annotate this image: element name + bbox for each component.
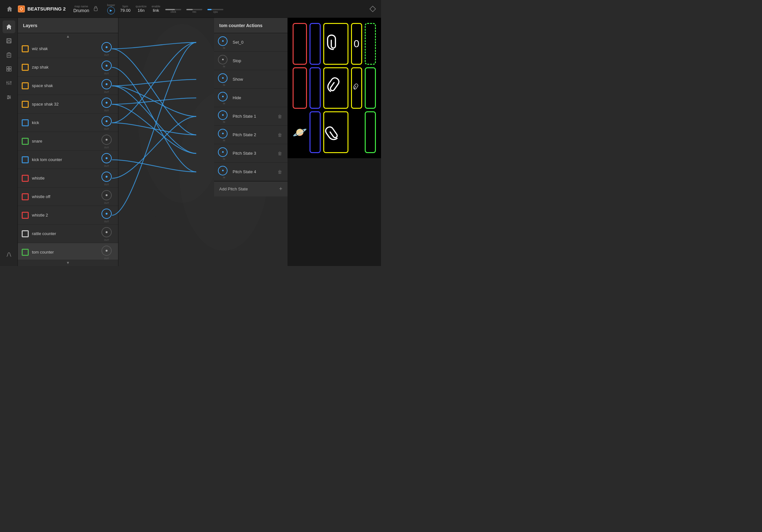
sidebar-item-home[interactable] (3, 21, 15, 33)
action-knob-wrapper: IN (218, 166, 230, 175)
delete-action-button[interactable]: 🗑 (276, 112, 284, 120)
layer-knob-wrapper: OUT (102, 116, 112, 126)
layer-knob[interactable] (102, 135, 112, 145)
action-knob[interactable] (218, 55, 228, 64)
layer-item[interactable]: zap shakOUT (18, 58, 118, 77)
grid-cell-8 (310, 67, 321, 109)
layer-item[interactable]: whistle offOUT (18, 187, 118, 206)
sidebar-item-curve[interactable] (3, 248, 15, 261)
svg-point-24 (7, 98, 9, 99)
layer-knob[interactable] (102, 61, 112, 71)
click-slider[interactable] (165, 9, 181, 10)
preview-canvas: 0 🪐 (287, 18, 381, 158)
action-knob-wrapper: IN (218, 73, 230, 83)
delete-action-button[interactable]: 🗑 (276, 150, 284, 157)
enable-value[interactable]: link (153, 8, 159, 13)
layer-knob[interactable] (102, 209, 112, 219)
layer-item[interactable]: whistleOUT (18, 169, 118, 187)
layer-knob[interactable] (102, 227, 112, 237)
layer-item[interactable]: rattle counterOUT (18, 225, 118, 243)
connection-zone: tom counter Actions INSet_0INStopINShowI… (118, 18, 287, 266)
action-knob[interactable] (218, 36, 228, 46)
grid-cell-2 (310, 23, 321, 65)
action-knob[interactable] (218, 92, 228, 101)
sidebar-item-save[interactable] (3, 34, 15, 47)
app-logo: BEATSURFING 2 (18, 5, 66, 13)
action-knob[interactable] (218, 110, 228, 120)
sidebar-item-clipboard[interactable] (3, 48, 15, 61)
add-pitch-state-button[interactable]: Add Pitch State + (214, 181, 287, 196)
sidebar-item-grid[interactable] (3, 62, 15, 75)
rec-slider[interactable] (187, 9, 202, 10)
rec-label: rec (192, 10, 196, 13)
left-sidebar (0, 18, 18, 266)
layer-knob[interactable] (102, 153, 112, 163)
layer-item[interactable]: kick tom counterOUT (18, 151, 118, 169)
layer-item[interactable]: wiz shakOUT (18, 39, 118, 58)
action-item: INPitch State 4🗑 (214, 163, 287, 181)
sidebar-item-equalizer[interactable] (3, 91, 15, 103)
layer-name: whistle off (32, 194, 102, 199)
out-label: OUT (104, 128, 109, 130)
svg-rect-10 (9, 67, 11, 69)
action-name: Set_0 (233, 40, 284, 45)
map-name-area: map name Drumon (73, 5, 89, 13)
layer-item[interactable]: whistle 2OUT (18, 206, 118, 225)
action-name: Pitch State 4 (233, 169, 276, 174)
layer-knob[interactable] (102, 79, 112, 89)
action-knob[interactable] (218, 147, 228, 157)
out-label: OUT (104, 202, 109, 204)
in-label: IN (223, 176, 225, 179)
delete-action-button[interactable]: 🗑 (276, 168, 284, 176)
layer-knob[interactable] (102, 245, 112, 256)
grid-cell-1 (293, 23, 307, 65)
quantize-value[interactable]: 16n (137, 8, 145, 13)
layer-item[interactable]: snareOUT (18, 132, 118, 151)
sidebar-item-mixer[interactable] (3, 77, 15, 89)
action-knob[interactable] (218, 73, 228, 83)
grid-cell-9 (323, 67, 348, 109)
layer-color-box (22, 138, 29, 145)
layers-panel: Layers ▲ wiz shakOUTzap shakOUTspace sha… (18, 18, 118, 266)
grid-cell-5: 0 (351, 23, 362, 65)
action-item: INHide (214, 89, 287, 107)
layer-knob[interactable] (102, 98, 112, 108)
out-label: OUT (104, 146, 109, 149)
action-knob[interactable] (218, 166, 228, 175)
bpm-value[interactable]: 79.00 (120, 8, 131, 13)
action-name: Show (233, 77, 284, 82)
cpu-slider[interactable] (207, 9, 223, 10)
lock-icon[interactable] (93, 5, 98, 12)
layer-color-box (22, 64, 29, 71)
map-name-label: map name (74, 5, 88, 8)
layer-name: rattle counter (32, 231, 102, 236)
layer-knob[interactable] (102, 171, 112, 182)
out-label: OUT (104, 257, 109, 260)
in-label: IN (223, 121, 225, 123)
looper-button[interactable]: ▶ (107, 7, 115, 14)
delete-action-button[interactable]: 🗑 (276, 131, 284, 139)
home-button[interactable] (4, 3, 15, 15)
scroll-down-arrow[interactable]: ▼ (18, 260, 118, 266)
action-knob-wrapper: IN (218, 55, 230, 64)
layer-knob[interactable] (102, 116, 112, 126)
svg-rect-2 (94, 8, 97, 11)
quantize-control: quantize 16n (136, 5, 146, 13)
diamond-button[interactable] (368, 4, 377, 13)
svg-rect-6 (7, 53, 11, 57)
layer-color-box (22, 156, 29, 163)
layer-knob[interactable] (102, 42, 112, 52)
cpu-control: . cpu (207, 4, 223, 13)
layer-item[interactable]: tom counterOUT (18, 243, 118, 260)
layer-knob-wrapper: OUT (102, 190, 112, 200)
layer-knob-wrapper: OUT (102, 209, 112, 219)
layer-item[interactable]: kickOUT (18, 113, 118, 132)
layer-item[interactable]: space shak 32OUT (18, 95, 118, 113)
action-knob[interactable] (218, 129, 228, 138)
layers-scroll[interactable]: wiz shakOUTzap shakOUTspace shakOUTspace… (18, 39, 118, 260)
action-knob-wrapper: IN (218, 129, 230, 138)
layer-item[interactable]: space shakOUT (18, 77, 118, 95)
scroll-up-arrow[interactable]: ▲ (18, 33, 118, 39)
layer-knob[interactable] (102, 190, 112, 200)
out-label: OUT (104, 183, 109, 186)
